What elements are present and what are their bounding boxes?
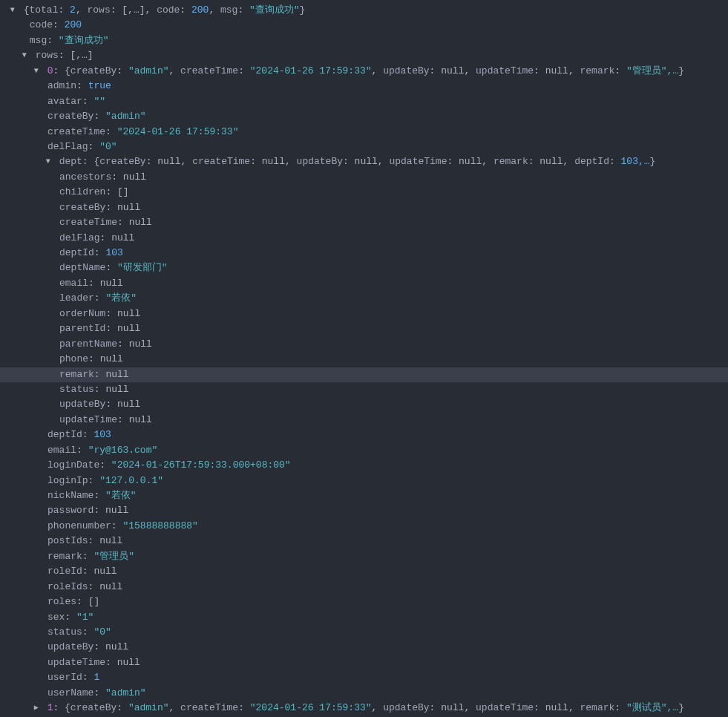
prop-row0-avatar[interactable]: ▼avatar: "" (0, 94, 728, 109)
root-summary: total: 2, rows: [,…], code: 200, msg: "查… (29, 4, 299, 16)
prop-row0-createBy[interactable]: ▼createBy: "admin" (0, 109, 728, 124)
prop-dept-children[interactable]: ▼children: [] (0, 185, 728, 200)
caret-right-icon[interactable]: ▶ (33, 701, 40, 716)
prop-dept-updateTime[interactable]: ▼updateTime: null (0, 413, 728, 428)
prop-dept[interactable]: ▼ dept: {createBy: null, createTime: nul… (0, 154, 728, 169)
row0-summary: createBy: "admin", createTime: "2024-01-… (70, 65, 678, 76)
rows-1-node[interactable]: ▶ 1: {createBy: "admin", createTime: "20… (0, 701, 728, 716)
prop-rows[interactable]: ▼ rows: [,…] (0, 48, 728, 63)
prop-code[interactable]: ▼ code: 200 (0, 18, 728, 33)
prop-dept-createTime[interactable]: ▼createTime: null (0, 215, 728, 230)
prop-dept-deptId[interactable]: ▼deptId: 103 (0, 246, 728, 261)
prop-row0-sex[interactable]: ▼sex: "1" (0, 610, 728, 625)
prop-row0-email[interactable]: ▼email: "ry@163.com" (0, 443, 728, 458)
prop-row0-updateTime[interactable]: ▼updateTime: null (0, 655, 728, 670)
prop-dept-remark[interactable]: ▼remark: null (0, 367, 728, 382)
prop-row0-status[interactable]: ▼status: "0" (0, 625, 728, 640)
caret-down-icon[interactable]: ▼ (9, 3, 16, 18)
prop-row0-postIds[interactable]: ▼postIds: null (0, 534, 728, 549)
prop-dept-status[interactable]: ▼status: null (0, 382, 728, 397)
prop-row0-deptId[interactable]: ▼deptId: 103 (0, 428, 728, 442)
prop-row0-delFlag[interactable]: ▼delFlag: "0" (0, 140, 728, 154)
row1-summary: createBy: "admin", createTime: "2024-01-… (70, 703, 678, 714)
prop-dept-delFlag[interactable]: ▼delFlag: null (0, 231, 728, 246)
prop-row0-roleIds[interactable]: ▼roleIds: null (0, 580, 728, 595)
prop-row0-updateBy[interactable]: ▼updateBy: null (0, 640, 728, 655)
prop-dept-email[interactable]: ▼email: null (0, 276, 728, 291)
prop-row0-loginDate[interactable]: ▼loginDate: "2024-01-26T17:59:33.000+08:… (0, 458, 728, 473)
prop-dept-parentId[interactable]: ▼parentId: null (0, 321, 728, 336)
prop-msg[interactable]: ▼ msg: "查询成功" (0, 33, 728, 48)
prop-dept-updateBy[interactable]: ▼updateBy: null (0, 397, 728, 412)
prop-row0-userName[interactable]: ▼userName: "admin" (0, 686, 728, 701)
prop-row0-nickName[interactable]: ▼nickName: "若依" (0, 488, 728, 503)
prop-dept-ancestors[interactable]: ▼ancestors: null (0, 170, 728, 185)
prop-dept-orderNum[interactable]: ▼orderNum: null (0, 307, 728, 321)
prop-row0-userId[interactable]: ▼userId: 1 (0, 670, 728, 685)
prop-dept-deptName[interactable]: ▼deptName: "研发部门" (0, 261, 728, 275)
prop-row0-createTime[interactable]: ▼createTime: "2024-01-26 17:59:33" (0, 125, 728, 140)
prop-dept-createBy[interactable]: ▼createBy: null (0, 200, 728, 215)
prop-row0-loginIp[interactable]: ▼loginIp: "127.0.0.1" (0, 474, 728, 488)
prop-row0-phonenumber[interactable]: ▼phonenumber: "15888888888" (0, 519, 728, 534)
prop-row0-remark[interactable]: ▼remark: "管理员" (0, 549, 728, 564)
caret-down-icon[interactable]: ▼ (33, 64, 40, 79)
caret-down-icon[interactable]: ▼ (21, 48, 28, 63)
dept-summary: createBy: null, createTime: null, update… (99, 157, 649, 168)
prop-dept-leader[interactable]: ▼leader: "若依" (0, 291, 728, 306)
json-tree: ▼ {total: 2, rows: [,…], code: 200, msg:… (0, 0, 728, 717)
prop-row0-admin[interactable]: ▼admin: true (0, 79, 728, 94)
prop-row0-roleId[interactable]: ▼roleId: null (0, 564, 728, 579)
root-node[interactable]: ▼ {total: 2, rows: [,…], code: 200, msg:… (0, 3, 728, 18)
prop-dept-parentName[interactable]: ▼parentName: null (0, 337, 728, 352)
rows-0-node[interactable]: ▼ 0: {createBy: "admin", createTime: "20… (0, 64, 728, 79)
prop-row0-password[interactable]: ▼password: null (0, 503, 728, 518)
caret-down-icon[interactable]: ▼ (45, 154, 52, 169)
prop-row0-roles[interactable]: ▼roles: [] (0, 595, 728, 609)
prop-dept-phone[interactable]: ▼phone: null (0, 352, 728, 367)
